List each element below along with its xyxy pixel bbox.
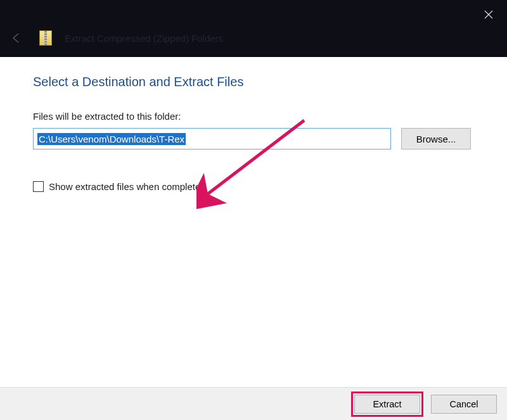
extract-button[interactable]: Extract (354, 395, 420, 414)
back-button[interactable] (9, 30, 24, 46)
close-icon (484, 10, 493, 19)
show-files-checkbox[interactable] (33, 181, 44, 192)
extract-button-highlight: Extract (351, 391, 423, 417)
destination-path-input[interactable]: C:\Users\venom\Downloads\T-Rex (33, 128, 391, 150)
window-title: Extract Compressed (Zipped) Folders (65, 33, 223, 44)
dialog-body: Select a Destination and Extract Files F… (0, 57, 507, 387)
titlebar: Extract Compressed (Zipped) Folders (0, 0, 507, 57)
cancel-button[interactable]: Cancel (431, 395, 497, 414)
path-field-label: Files will be extracted to this folder: (33, 111, 474, 122)
show-files-checkbox-label: Show extracted files when complete (49, 181, 200, 192)
header-row: Extract Compressed (Zipped) Folders (9, 30, 223, 46)
dialog-footer: Extract Cancel (0, 387, 507, 420)
close-button[interactable] (479, 5, 498, 24)
arrow-left-icon (10, 32, 23, 44)
zip-folder-icon (39, 30, 52, 46)
dialog-heading: Select a Destination and Extract Files (33, 75, 474, 89)
browse-button[interactable]: Browse... (401, 128, 471, 150)
path-row: C:\Users\venom\Downloads\T-Rex Browse... (33, 128, 474, 150)
show-files-checkbox-row: Show extracted files when complete (33, 181, 474, 192)
path-selected-text: C:\Users\venom\Downloads\T-Rex (37, 133, 186, 145)
